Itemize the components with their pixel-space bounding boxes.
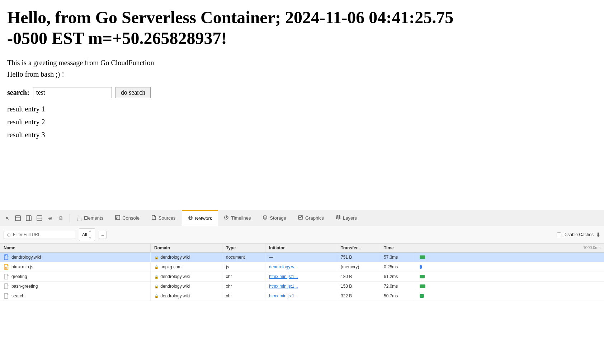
greeting-line2: Hello from bash ;) !: [7, 68, 597, 80]
devtools-icon-group: ✕ ⊕ 🖥: [3, 214, 70, 222]
row-timeline-search: [416, 292, 604, 300]
tab-timelines[interactable]: Timelines: [218, 210, 257, 226]
undock-icon[interactable]: [14, 214, 22, 222]
row-time-greeting: 61.2ms: [380, 272, 416, 281]
svg-rect-0: [15, 216, 20, 221]
col-initiator: Initiator: [265, 244, 337, 252]
search-input[interactable]: [33, 87, 112, 98]
devtools-tabs: ⬚ Elements Console: [71, 210, 601, 226]
row-domain-bash-greeting: 🔒 dendrology.wiki: [151, 282, 222, 291]
row-timeline-bash-greeting: [416, 283, 604, 290]
tab-console[interactable]: Console: [109, 210, 146, 226]
tab-console-label: Console: [122, 215, 140, 221]
table-row[interactable]: JS htmx.min.js 🔒 unpkg.com js dendrology…: [0, 262, 604, 272]
disable-caches-checkbox[interactable]: [557, 233, 561, 237]
row-transfer-htmx: (memory): [337, 263, 380, 271]
svg-point-14: [5, 255, 6, 256]
row-initiator-htmx: dendrology.w...: [265, 263, 337, 271]
page-title: Hello, from Go Serverless Container; 202…: [7, 7, 597, 48]
initiator-link[interactable]: htmx.min.js:1...: [269, 293, 298, 298]
lock-icon: 🔒: [154, 265, 159, 269]
lock-icon: 🔒: [154, 255, 159, 259]
timeline-bar: [420, 265, 422, 269]
close-icon[interactable]: ✕: [3, 214, 11, 222]
col-transfer: Transfer...: [337, 244, 380, 252]
devtools-panel: ✕ ⊕ 🖥: [0, 210, 604, 364]
filter-menu-button[interactable]: ≡: [99, 231, 107, 239]
pick-element-icon[interactable]: ⊕: [46, 214, 55, 222]
result-entry-3: result entry 3: [7, 128, 597, 141]
row-timeline-greeting: [416, 273, 604, 280]
filter-icon: ⊙: [7, 232, 11, 238]
col-time: Time: [380, 244, 416, 252]
tab-storage-label: Storage: [270, 215, 286, 221]
row-initiator-greeting: htmx.min.js:1...: [265, 272, 337, 281]
row-type-dendrology: document: [222, 253, 265, 262]
svg-point-11: [263, 216, 267, 217]
row-transfer-greeting: 180 B: [337, 272, 380, 281]
row-timeline-dendrology: [416, 254, 604, 261]
timeline-bar: [420, 255, 425, 259]
console-icon: [115, 215, 120, 221]
row-type-bash-greeting: xhr: [222, 282, 265, 291]
layers-icon: [336, 215, 341, 221]
storage-icon: [263, 215, 268, 221]
devtools-toolbar: ✕ ⊕ 🖥: [0, 210, 604, 226]
col-domain: Domain: [151, 244, 222, 252]
table-row[interactable]: greeting 🔒 dendrology.wiki xhr htmx.min.…: [0, 272, 604, 282]
page-title-line1: Hello, from Go Serverless Container; 202…: [7, 8, 453, 27]
disable-caches-area: Disable Caches ⬇: [557, 231, 600, 238]
device-icon[interactable]: 🖥: [57, 214, 65, 222]
svg-rect-6: [115, 215, 120, 220]
svg-text:JS: JS: [5, 267, 7, 269]
tab-storage[interactable]: Storage: [257, 210, 292, 226]
table-row[interactable]: bash-greeting 🔒 dendrology.wiki xhr htmx…: [0, 282, 604, 291]
tab-timelines-label: Timelines: [231, 215, 251, 221]
tab-layers[interactable]: Layers: [330, 210, 363, 226]
initiator-link[interactable]: dendrology.w...: [269, 264, 298, 269]
tab-network[interactable]: Network: [182, 210, 218, 226]
search-label: search:: [7, 88, 29, 97]
timeline-bar: [420, 284, 425, 288]
dock-bottom-icon[interactable]: [35, 214, 44, 222]
timeline-bar: [420, 294, 424, 298]
dock-right-icon[interactable]: [24, 214, 33, 222]
search-section: search: do search: [7, 87, 597, 98]
result-entry-1: result entry 1: [7, 102, 597, 115]
row-type-greeting: xhr: [222, 272, 265, 281]
file-icon-xhr: [4, 274, 9, 279]
col-timeline: 1000.0ms: [416, 244, 604, 252]
filter-url-input[interactable]: [13, 232, 72, 237]
file-icon-xhr: [4, 283, 9, 289]
network-icon: [188, 215, 193, 221]
timeline-bar: [420, 275, 425, 278]
row-type-search: xhr: [222, 292, 265, 300]
do-search-button[interactable]: do search: [115, 87, 151, 98]
row-initiator-dendrology: —: [265, 253, 337, 262]
row-name-bash-greeting: bash-greeting: [0, 282, 151, 291]
file-icon-js: JS: [4, 264, 9, 270]
row-domain-search: 🔒 dendrology.wiki: [151, 292, 222, 300]
filter-type-dropdown[interactable]: All ⌃⌄: [79, 228, 95, 241]
row-transfer-search: 322 B: [337, 292, 380, 300]
tab-elements[interactable]: ⬚ Elements: [71, 210, 109, 226]
lock-icon: 🔒: [154, 284, 159, 288]
greeting-line1: This is a greeting message from Go Cloud…: [7, 57, 597, 68]
row-time-dendrology: 57.3ms: [380, 253, 416, 262]
table-row[interactable]: dendrology.wiki 🔒 dendrology.wiki docume…: [0, 253, 604, 262]
initiator-link[interactable]: htmx.min.js:1...: [269, 274, 298, 279]
tab-sources[interactable]: Sources: [146, 210, 182, 226]
tab-sources-label: Sources: [159, 215, 176, 221]
row-transfer-bash-greeting: 153 B: [337, 282, 380, 291]
result-list: result entry 1 result entry 2 result ent…: [7, 102, 597, 141]
row-domain-greeting: 🔒 dendrology.wiki: [151, 272, 222, 281]
table-row[interactable]: search 🔒 dendrology.wiki xhr htmx.min.js…: [0, 291, 604, 301]
row-initiator-search: htmx.min.js:1...: [265, 292, 337, 300]
filter-url-wrap: ⊙: [4, 231, 75, 239]
svg-rect-4: [37, 216, 42, 221]
tab-network-label: Network: [195, 216, 212, 221]
download-icon[interactable]: ⬇: [596, 231, 600, 238]
network-table-header: Name Domain Type Initiator Transfer... T…: [0, 244, 604, 253]
tab-graphics[interactable]: Graphics: [292, 210, 330, 226]
initiator-link[interactable]: htmx.min.js:1...: [269, 284, 298, 289]
